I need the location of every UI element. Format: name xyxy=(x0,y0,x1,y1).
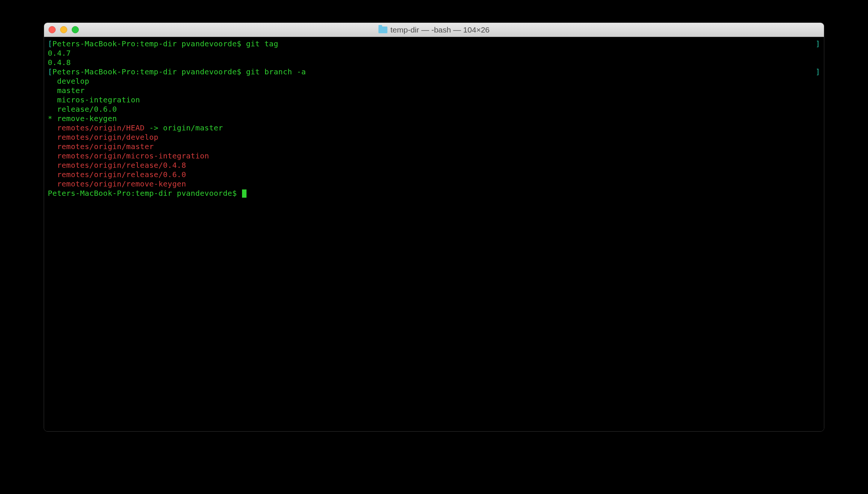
terminal-line: [Peters-MacBook-Pro:temp-dir pvandevoord… xyxy=(48,39,820,49)
terminal-segment: remotes/origin/master xyxy=(48,142,154,151)
folder-icon xyxy=(378,27,387,33)
terminal-segment: -> origin/master xyxy=(145,123,223,132)
terminal-segment: master xyxy=(48,86,85,95)
close-button[interactable] xyxy=(49,26,56,33)
terminal-line: release/0.6.0 xyxy=(48,105,820,114)
cursor xyxy=(242,189,247,198)
terminal-segment: Peters-MacBook-Pro:temp-dir pvandevoorde… xyxy=(52,67,306,76)
terminal-segment: remotes/origin/micros-integration xyxy=(48,151,209,160)
terminal-segment: remotes/origin/HEAD xyxy=(48,123,145,132)
terminal-segment: remotes/origin/remove-keygen xyxy=(48,179,186,188)
terminal-line: remotes/origin/remove-keygen xyxy=(48,179,820,189)
terminal-segment: micros-integration xyxy=(48,95,140,104)
terminal-segment: remotes/origin/release/0.6.0 xyxy=(48,170,186,179)
terminal-segment: [ xyxy=(48,39,52,48)
terminal-line: remotes/origin/HEAD -> origin/master xyxy=(48,123,820,133)
terminal-line: * remove-keygen xyxy=(48,114,820,123)
terminal-line: remotes/origin/develop xyxy=(48,133,820,142)
terminal-line: 0.4.7 xyxy=(48,49,820,58)
terminal-segment: remotes/origin/develop xyxy=(48,133,158,142)
zoom-button[interactable] xyxy=(72,26,79,33)
terminal-line: develop xyxy=(48,77,820,86)
terminal-segment: develop xyxy=(48,77,89,86)
terminal-segment: Peters-MacBook-Pro:temp-dir pvandevoorde… xyxy=(52,39,278,48)
terminal-line: micros-integration xyxy=(48,95,820,105)
traffic-lights xyxy=(49,26,79,33)
terminal-segment: [ xyxy=(48,67,52,76)
window-title: temp-dir — -bash — 104×26 xyxy=(378,25,490,34)
terminal-line: Peters-MacBook-Pro:temp-dir pvandevoorde… xyxy=(48,189,820,198)
terminal-segment: remotes/origin/release/0.4.8 xyxy=(48,161,186,170)
terminal-line: 0.4.8 xyxy=(48,58,820,67)
terminal-line: remotes/origin/master xyxy=(48,142,820,151)
terminal-segment: * remove-keygen xyxy=(48,114,117,123)
window-title-text: temp-dir — -bash — 104×26 xyxy=(390,25,490,34)
terminal-segment: Peters-MacBook-Pro:temp-dir pvandevoorde… xyxy=(48,189,241,198)
minimize-button[interactable] xyxy=(60,26,67,33)
terminal-line: remotes/origin/micros-integration xyxy=(48,151,820,161)
terminal-trailing: ] xyxy=(816,67,820,77)
terminal-segment: 0.4.8 xyxy=(48,58,71,67)
window-titlebar[interactable]: temp-dir — -bash — 104×26 xyxy=(44,23,824,37)
terminal-trailing: ] xyxy=(816,39,820,49)
terminal-segment: release/0.6.0 xyxy=(48,105,117,114)
terminal-output[interactable]: [Peters-MacBook-Pro:temp-dir pvandevoord… xyxy=(44,37,824,431)
terminal-window: temp-dir — -bash — 104×26 [Peters-MacBoo… xyxy=(44,22,824,432)
terminal-line: remotes/origin/release/0.4.8 xyxy=(48,161,820,170)
terminal-line: remotes/origin/release/0.6.0 xyxy=(48,170,820,179)
terminal-line: master xyxy=(48,86,820,95)
terminal-line: [Peters-MacBook-Pro:temp-dir pvandevoord… xyxy=(48,67,820,77)
terminal-segment: 0.4.7 xyxy=(48,49,71,58)
